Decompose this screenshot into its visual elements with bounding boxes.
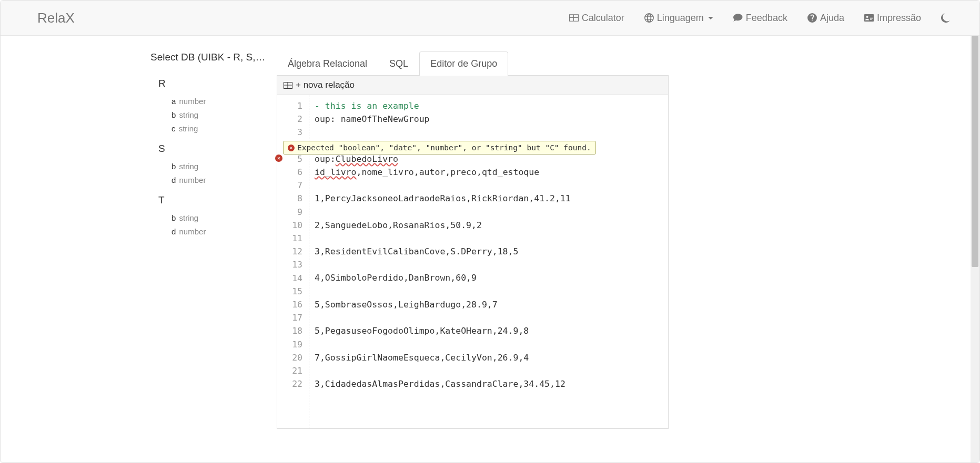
code-line[interactable]: [315, 126, 668, 139]
attr-item[interactable]: b string: [171, 211, 266, 225]
gutter-line: 1: [277, 99, 302, 112]
gutter-line: 14: [277, 272, 302, 285]
gutter-line: 12: [277, 245, 302, 258]
code-line[interactable]: 5,SombraseOssos,LeighBardugo,28.9,7: [315, 298, 668, 311]
relation-S[interactable]: S: [158, 143, 266, 155]
nav-help[interactable]: Ajuda: [807, 13, 844, 24]
code-line[interactable]: oup: nameOfTheNewGroup: [315, 112, 668, 126]
code-line[interactable]: [315, 364, 668, 377]
gutter-line: 11: [277, 232, 302, 245]
comment-icon: [733, 13, 743, 23]
attr-item[interactable]: c string: [171, 122, 266, 136]
error-marker-icon[interactable]: ✕: [275, 155, 282, 162]
code-line[interactable]: [315, 311, 668, 324]
code-line[interactable]: [315, 258, 668, 271]
nav-print-label: Impressão: [877, 13, 921, 24]
table-icon: [569, 13, 579, 23]
nav-calculator-label: Calculator: [582, 13, 624, 24]
code-line[interactable]: [315, 179, 668, 192]
code-line[interactable]: 3,ResidentEvilCalibanCove,S.DPerry,18,5: [315, 245, 668, 258]
code-line[interactable]: 4,OSimboloPerdido,DanBrown,60,9: [315, 271, 668, 284]
question-icon: [807, 13, 817, 23]
tab-sql[interactable]: SQL: [378, 52, 419, 76]
nav-help-label: Ajuda: [820, 13, 844, 24]
code-line[interactable]: - this is an example: [315, 99, 668, 112]
attr-list: a numberb stringc string: [150, 95, 266, 136]
gutter-line: 16: [277, 298, 302, 311]
gutter-line: 19: [277, 338, 302, 351]
error-tooltip: ✕ Expected "boolean", "date", "number", …: [283, 141, 596, 155]
gutter-line: 22: [277, 377, 302, 390]
error-icon: ✕: [288, 145, 295, 151]
attr-list: b stringd number: [150, 160, 266, 187]
code-line[interactable]: 7,GossipGirlNaomeEsqueca,CecilyVon,26.9,…: [315, 351, 668, 364]
gutter-line: 13: [277, 258, 302, 271]
navbar: RelaX Calculator Linguagem Feedback Ajud…: [1, 1, 979, 36]
gutter-line: 3: [277, 126, 302, 139]
code-editor[interactable]: 12345✕678910111213141516171819202122 - t…: [277, 95, 669, 429]
attr-item[interactable]: d number: [171, 173, 266, 187]
code-line[interactable]: 3,CidadedasAlmasPerdidas,CassandraClare,…: [315, 377, 668, 390]
nav-calculator[interactable]: Calculator: [569, 13, 624, 24]
main-panel: Álgebra Relacional SQL Editor de Grupo +…: [277, 52, 669, 429]
gutter-line: 18: [277, 324, 302, 337]
id-card-icon: [864, 13, 874, 23]
attr-item[interactable]: b string: [171, 108, 266, 122]
nav-feedback-label: Feedback: [746, 13, 787, 24]
content: Select DB (UIBK - R, S, … Ra numberb str…: [1, 36, 979, 429]
chevron-down-icon: [708, 17, 713, 19]
nav-language[interactable]: Linguagem: [644, 13, 713, 24]
gutter-line: 9: [277, 205, 302, 219]
code-line[interactable]: [315, 232, 668, 245]
tab-relalg[interactable]: Álgebra Relacional: [277, 52, 378, 76]
attr-item[interactable]: d number: [171, 225, 266, 239]
nav-print[interactable]: Impressão: [864, 13, 921, 24]
code-line[interactable]: [315, 205, 668, 219]
brand-logo[interactable]: RelaX: [37, 10, 75, 26]
sidebar: Select DB (UIBK - R, S, … Ra numberb str…: [1, 52, 277, 429]
gutter-line: 17: [277, 311, 302, 324]
tab-group-editor[interactable]: Editor de Grupo: [419, 52, 508, 76]
globe-icon: [644, 13, 654, 23]
new-relation-button[interactable]: + nova relação: [296, 80, 355, 90]
attr-list: b stringd number: [150, 211, 266, 239]
table-icon: [284, 81, 292, 90]
moon-icon: [941, 13, 951, 23]
app-window: RelaX Calculator Linguagem Feedback Ajud…: [0, 0, 980, 463]
gutter-line: 21: [277, 364, 302, 377]
gutter-line: 10: [277, 219, 302, 232]
attr-item[interactable]: b string: [171, 160, 266, 173]
gutter-line: 20: [277, 351, 302, 364]
relation-T[interactable]: T: [158, 194, 266, 206]
dark-mode-toggle[interactable]: [941, 13, 951, 23]
page-scrollbar[interactable]: [971, 36, 979, 462]
scrollbar-thumb[interactable]: [972, 36, 978, 267]
code-line[interactable]: 1,PercyJacksoneoLadraodeRaios,RickRiorda…: [315, 192, 668, 205]
code-line[interactable]: 2,SanguedeLobo,RosanaRios,50.9,2: [315, 219, 668, 232]
gutter-line: 7: [277, 179, 302, 192]
error-tooltip-text: Expected "boolean", "date", "number", or…: [297, 143, 591, 152]
nav-language-label: Linguagem: [657, 13, 704, 24]
gutter-line: 15: [277, 285, 302, 298]
attr-item[interactable]: a number: [171, 95, 266, 108]
code-line[interactable]: 5,PegasuseoFogodoOlimpo,KateOHearn,24.9,…: [315, 324, 668, 337]
editor-tabs: Álgebra Relacional SQL Editor de Grupo: [277, 52, 669, 76]
gutter-line: 2: [277, 112, 302, 126]
nav-feedback[interactable]: Feedback: [733, 13, 787, 24]
db-selector[interactable]: Select DB (UIBK - R, S, …: [150, 52, 266, 63]
code-line[interactable]: [315, 337, 668, 351]
gutter-line: 8: [277, 192, 302, 205]
nav-right: Calculator Linguagem Feedback Ajuda Impr…: [569, 13, 969, 24]
code-line[interactable]: [315, 285, 668, 298]
editor-toolbar: + nova relação: [277, 76, 669, 95]
code-line[interactable]: id_livro,nome_livro,autor,preco,qtd_esto…: [315, 166, 668, 179]
gutter-line: 6: [277, 166, 302, 179]
relation-R[interactable]: R: [158, 78, 266, 89]
